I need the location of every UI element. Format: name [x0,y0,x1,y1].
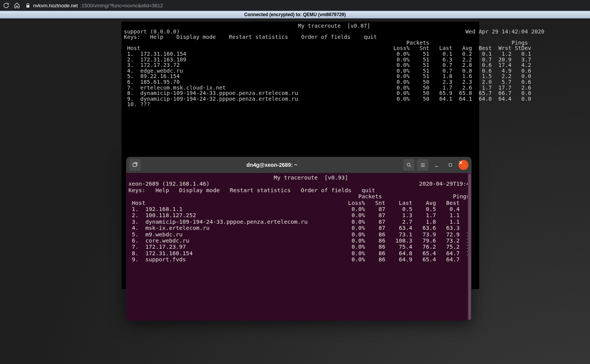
svg-rect-0 [133,163,137,166]
minimize-button[interactable] [431,159,442,171]
home-icon[interactable] [14,2,20,8]
url-display[interactable]: nvkvm.hoztnode.net:1500/vmmgr?func=novnc… [25,2,587,8]
new-tab-button[interactable] [129,159,141,171]
local-terminal-window: dn4g@xeon-2689: ~ [126,157,472,321]
scrollbar-thumb[interactable] [468,174,471,320]
local-terminal-body[interactable]: My traceroute [v0.93] xeon-2689 (192.168… [126,173,472,321]
search-button[interactable] [403,159,415,171]
vnc-status-banner: Connected (encrypted) to: QEMU (vm867972… [0,11,590,18]
svg-rect-2 [449,164,452,166]
browser-address-bar: nvkvm.hoztnode.net:1500/vmmgr?func=novnc… [0,0,590,11]
vnc-status-text: Connected (encrypted) to: QEMU (vm867972… [244,12,346,17]
url-path: :1500/vmmgr?func=novnc&elid=3612 [80,3,163,8]
maximize-button[interactable] [445,159,456,171]
hamburger-menu-button[interactable] [417,159,428,171]
page-background: My traceroute [v0.87] support (0.0.0.0) … [0,18,590,364]
terminal-scrollbar[interactable] [468,173,472,321]
url-host: nvkvm.hoztnode.net [33,3,78,8]
svg-point-1 [407,163,410,166]
local-terminal-output: My traceroute [v0.93] xeon-2689 (192.168… [128,175,469,263]
local-terminal-titlebar: dn4g@xeon-2689: ~ [126,157,472,173]
lock-icon [25,2,31,8]
local-terminal-title: dn4g@xeon-2689: ~ [247,162,297,168]
close-button[interactable] [458,160,468,170]
reload-icon[interactable] [3,2,9,8]
